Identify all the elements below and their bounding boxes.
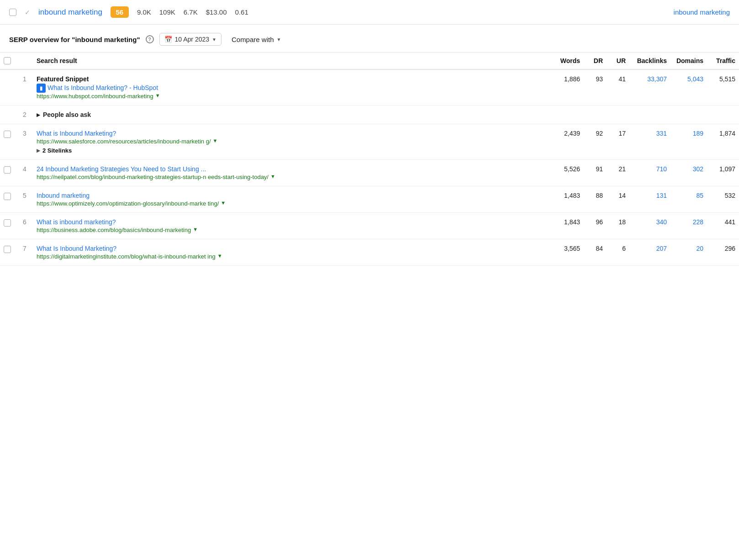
cell-ur: 6 [607, 239, 629, 266]
cell-num: 6 [16, 213, 33, 239]
cell-domains: 189 [670, 124, 707, 160]
row-checkbox[interactable] [4, 131, 11, 138]
table-row: 3What is Inbound Marketing?https://www.s… [0, 124, 739, 160]
difficulty-badge: 56 [111, 6, 129, 18]
table-row: 424 Inbound Marketing Strategies You Nee… [0, 160, 739, 186]
row-checkbox[interactable] [4, 193, 11, 200]
result-title-link[interactable]: What is Inbound Marketing? [37, 130, 116, 137]
backlinks-link[interactable]: 131 [656, 192, 667, 199]
cell-people-ask: ▶ People also ask [33, 106, 739, 124]
cell-backlinks: 207 [629, 239, 670, 266]
domains-link[interactable]: 189 [693, 130, 703, 137]
domains-link[interactable]: 85 [696, 192, 703, 199]
cell-result: What is inbound marketing?https://busine… [33, 213, 547, 239]
people-ask-arrow: ▶ [37, 112, 40, 117]
cell-backlinks: 710 [629, 160, 670, 186]
th-search-result: Search result [33, 53, 547, 69]
cell-dr: 92 [584, 124, 607, 160]
serp-keyword: "inbound marketing" [72, 36, 140, 43]
url-arrow-icon: ▼ [155, 93, 160, 98]
date-picker-button[interactable]: 📅 10 Apr 2023 ▼ [159, 33, 222, 46]
sitelinks: ▶ 2 Sitelinks [37, 147, 544, 154]
th-domains: Domains [670, 53, 707, 69]
cell-checkbox [0, 124, 16, 160]
result-url: https://www.salesforce.com/resources/art… [37, 138, 544, 145]
row-checkbox[interactable] [4, 246, 11, 253]
checkmark-icon: ✓ [25, 9, 30, 16]
backlinks-link[interactable]: 207 [656, 245, 667, 252]
result-url: https://www.optimizely.com/optimization-… [37, 200, 544, 207]
cell-domains: 302 [670, 160, 707, 186]
url-arrow-icon: ▼ [193, 227, 198, 232]
backlinks-link[interactable]: 33,307 [647, 75, 667, 83]
backlinks-link[interactable]: 340 [656, 218, 667, 226]
cell-backlinks: 33,307 [629, 69, 670, 106]
domains-link[interactable]: 20 [696, 245, 703, 252]
help-icon[interactable]: ? [146, 35, 154, 43]
th-ur: UR [607, 53, 629, 69]
serp-overview-title: SERP overview for "inbound marketing" [9, 36, 140, 43]
domains-link[interactable]: 302 [693, 165, 703, 173]
result-title-link[interactable]: What is inbound marketing? [37, 218, 116, 226]
result-url: https://neilpatel.com/blog/inbound-marke… [37, 174, 544, 180]
cell-domains: 5,043 [670, 69, 707, 106]
cell-num: 4 [16, 160, 33, 186]
domains-link[interactable]: 228 [693, 218, 703, 226]
th-backlinks: Backlinks [629, 53, 670, 69]
table-row: 2 ▶ People also ask [0, 106, 739, 124]
th-checkbox [0, 53, 16, 69]
top-keyword-link[interactable]: inbound marketing [38, 8, 102, 17]
cell-checkbox [0, 106, 16, 124]
table-row: 1Featured Snippet▮What Is Inbound Market… [0, 69, 739, 106]
cell-checkbox [0, 239, 16, 266]
table-row: 5Inbound marketinghttps://www.optimizely… [0, 186, 739, 213]
th-traffic: Traffic [707, 53, 739, 69]
cell-checkbox [0, 213, 16, 239]
cell-num: 2 [16, 106, 33, 124]
top-checkbox[interactable] [9, 9, 16, 16]
cell-ur: 41 [607, 69, 629, 106]
stat-cps: 0.61 [235, 8, 248, 16]
cell-ur: 21 [607, 160, 629, 186]
stat-traffic: 109K [159, 8, 175, 16]
cell-dr: 88 [584, 186, 607, 213]
domains-link[interactable]: 5,043 [687, 75, 703, 83]
top-bar: ✓ inbound marketing 56 9.0K 109K 6.7K $1… [0, 0, 739, 25]
cell-checkbox [0, 186, 16, 213]
serp-header: SERP overview for "inbound marketing" ? … [0, 25, 739, 53]
th-words: Words [547, 53, 584, 69]
serp-table: Search result Words DR UR Backlinks Doma… [0, 53, 739, 266]
cell-num: 3 [16, 124, 33, 160]
cell-result: What is Inbound Marketing?https://www.sa… [33, 124, 547, 160]
backlinks-link[interactable]: 331 [656, 130, 667, 137]
keyword-link-right[interactable]: inbound marketing [674, 8, 730, 16]
compare-with-button[interactable]: Compare with ▼ [227, 33, 285, 46]
result-title-link[interactable]: What Is Inbound Marketing? - HubSpot [48, 84, 158, 91]
cell-num: 1 [16, 69, 33, 106]
people-ask-label: People also ask [43, 111, 91, 118]
result-title-link[interactable]: Inbound marketing [37, 192, 90, 199]
cell-dr: 91 [584, 160, 607, 186]
cell-words: 1,483 [547, 186, 584, 213]
cell-domains: 228 [670, 213, 707, 239]
cell-backlinks: 331 [629, 124, 670, 160]
cell-dr: 96 [584, 213, 607, 239]
table-row: 6What is inbound marketing?https://busin… [0, 213, 739, 239]
cell-domains: 85 [670, 186, 707, 213]
cell-traffic: 5,515 [707, 69, 739, 106]
result-title-link[interactable]: 24 Inbound Marketing Strategies You Need… [37, 165, 206, 173]
cell-num: 5 [16, 186, 33, 213]
sitelinks-arrow-icon: ▶ [37, 148, 40, 153]
stat-cpc: $13.00 [206, 8, 227, 16]
table-header-checkbox[interactable] [4, 57, 11, 64]
cell-result: 24 Inbound Marketing Strategies You Need… [33, 160, 547, 186]
result-url: https://www.hubspot.com/inbound-marketin… [37, 93, 544, 100]
backlinks-link[interactable]: 710 [656, 165, 667, 173]
result-title-link[interactable]: What Is Inbound Marketing? [37, 245, 116, 252]
cell-domains: 20 [670, 239, 707, 266]
row-checkbox[interactable] [4, 166, 11, 174]
url-arrow-icon: ▼ [270, 174, 275, 179]
row-checkbox[interactable] [4, 219, 11, 227]
cell-ur: 14 [607, 186, 629, 213]
cell-checkbox [0, 160, 16, 186]
